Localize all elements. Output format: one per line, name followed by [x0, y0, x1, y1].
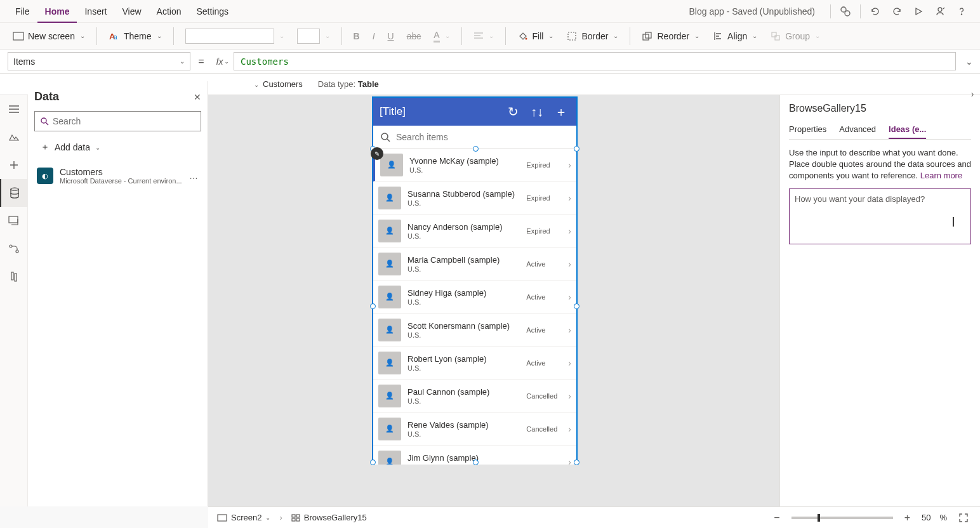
chevron-right-icon[interactable]: ›	[568, 424, 571, 434]
more-icon[interactable]: …	[189, 171, 199, 181]
chevron-right-icon[interactable]: ›	[568, 292, 571, 302]
data-panel: Data ✕ ＋ Add data ⌄ ◐ Customers Microsof…	[28, 81, 208, 506]
fill-button[interactable]: Fill⌄	[512, 27, 559, 46]
play-icon[interactable]	[908, 0, 929, 23]
sort-icon[interactable]: ↑↓	[528, 103, 546, 121]
selection-handle[interactable]	[473, 146, 479, 152]
chevron-right-icon[interactable]: ›	[568, 457, 571, 465]
insert-icon[interactable]	[0, 123, 28, 151]
align-button[interactable]: Align⌄	[707, 27, 762, 46]
chevron-right-icon[interactable]: ›	[568, 325, 571, 335]
list-item[interactable]: 👤Rene Valdes (sample)U.S.Cancelled›	[373, 412, 576, 446]
chevron-right-icon[interactable]: ›	[568, 259, 571, 269]
list-item[interactable]: 👤Nancy Anderson (sample)U.S.Expired›	[373, 214, 576, 248]
selection-handle[interactable]	[473, 459, 479, 465]
tab-advanced[interactable]: Advanced	[839, 121, 876, 139]
tab-properties[interactable]: Properties	[789, 121, 826, 139]
italic-button[interactable]: I	[368, 27, 380, 46]
app-search-input[interactable]	[396, 132, 570, 142]
menu-item-settings[interactable]: Settings	[189, 0, 237, 23]
chevron-right-icon[interactable]: ›	[568, 391, 571, 401]
template-edit-icon[interactable]: ✎	[371, 147, 383, 160]
menu-item-view[interactable]: View	[114, 0, 149, 23]
fit-screen-icon[interactable]	[956, 513, 971, 523]
zoom-out-button[interactable]: −	[771, 512, 782, 524]
add-icon[interactable]	[0, 151, 28, 179]
property-selector[interactable]: Items ⌄	[8, 52, 190, 70]
expand-panel-icon[interactable]: ›	[965, 86, 980, 102]
item-sub: U.S.	[407, 232, 520, 240]
list-item[interactable]: 👤Susanna Stubberod (sample)U.S.Expired›	[373, 182, 576, 214]
media-icon[interactable]	[0, 207, 28, 235]
redo-icon[interactable]	[886, 0, 908, 23]
selection-handle[interactable]	[574, 303, 579, 309]
add-record-icon[interactable]: ＋	[552, 103, 570, 121]
undo-icon[interactable]	[864, 0, 886, 23]
zoom-slider[interactable]	[791, 517, 893, 519]
list-item[interactable]: 👤Yvonne McKay (sample)U.S.Expired›	[373, 148, 576, 182]
tree-view-icon[interactable]	[0, 95, 28, 123]
close-icon[interactable]: ✕	[194, 92, 201, 102]
list-item[interactable]: 👤Robert Lyon (sample)U.S.Active›	[373, 346, 576, 380]
menu-item-home[interactable]: Home	[37, 0, 77, 23]
breadcrumb-selection[interactable]: BrowseGallery15	[291, 513, 367, 522]
panel-tabs: Properties Advanced Ideas (e...	[789, 121, 971, 140]
data-search-input[interactable]	[53, 116, 195, 126]
chevron-right-icon[interactable]: ›	[568, 226, 571, 236]
fx-button[interactable]: fx⌄	[212, 50, 234, 73]
menu-item-insert[interactable]: Insert	[77, 0, 114, 23]
list-item[interactable]: 👤Paul Cannon (sample)U.S.Cancelled›	[373, 380, 576, 412]
gallery-list[interactable]: 👤Yvonne McKay (sample)U.S.Expired›👤Susan…	[373, 148, 576, 465]
ideas-input[interactable]: How you want your data displayed? Ⅰ	[789, 188, 971, 244]
group-button[interactable]: Group⌄	[765, 27, 825, 46]
strike-button[interactable]: abc	[402, 27, 427, 46]
theme-button[interactable]: Aa Theme ⌄	[103, 27, 167, 46]
item-name: Nancy Anderson (sample)	[407, 222, 520, 232]
svg-rect-25	[296, 518, 300, 521]
add-data-button[interactable]: ＋ Add data ⌄	[34, 138, 201, 157]
app-checker-icon[interactable]	[835, 0, 856, 23]
breadcrumb-screen[interactable]: Screen2 ⌄	[217, 513, 270, 522]
plus-icon: ＋	[41, 142, 50, 153]
item-sub: U.S.	[407, 265, 520, 273]
item-sub: U.S.	[407, 463, 520, 465]
new-screen-button[interactable]: New screen ⌄	[8, 27, 90, 46]
underline-button[interactable]: U	[383, 27, 399, 46]
learn-more-link[interactable]: Learn more	[920, 171, 962, 180]
selection-handle[interactable]	[370, 459, 376, 465]
font-size-select[interactable]: ⌄	[292, 27, 335, 46]
list-item[interactable]: 👤Maria Campbell (sample)U.S.Active›	[373, 248, 576, 280]
svg-rect-12	[775, 36, 779, 40]
text-align-button[interactable]: ⌄	[468, 27, 499, 46]
menu-item-file[interactable]: File	[8, 0, 37, 23]
help-icon[interactable]	[951, 0, 972, 23]
selection-handle[interactable]	[574, 146, 579, 152]
data-search[interactable]	[34, 111, 201, 131]
list-item[interactable]: 👤Scott Konersmann (sample)U.S.Active›	[373, 314, 576, 346]
list-item[interactable]: 👤Sidney Higa (sample)U.S.Active›	[373, 280, 576, 314]
border-button[interactable]: Border⌄	[561, 27, 623, 46]
flows-icon[interactable]	[0, 235, 28, 263]
zoom-in-button[interactable]: +	[902, 512, 913, 524]
refresh-icon[interactable]: ↻	[504, 103, 522, 121]
selection-handle[interactable]	[370, 303, 376, 309]
bold-button[interactable]: B	[348, 27, 365, 46]
share-icon[interactable]	[929, 0, 951, 23]
font-color-button[interactable]: A⌄	[428, 27, 454, 46]
datasource-item[interactable]: ◐ Customers Microsoft Dataverse - Curren…	[34, 163, 201, 188]
chevron-right-icon[interactable]: ›	[568, 358, 571, 368]
chevron-right-icon[interactable]: ›	[568, 160, 571, 170]
tab-ideas[interactable]: Ideas (e...	[889, 121, 926, 139]
app-preview[interactable]: ✎ [Title] ↻ ↑↓ ＋ 👤Yvonne McKay (sample)U…	[372, 96, 578, 463]
canvas[interactable]: ✎ [Title] ↻ ↑↓ ＋ 👤Yvonne McKay (sample)U…	[208, 95, 779, 506]
tools-icon[interactable]	[0, 263, 28, 291]
formula-input[interactable]: Customers	[234, 52, 956, 70]
chevron-right-icon[interactable]: ›	[568, 193, 571, 203]
reorder-button[interactable]: Reorder⌄	[637, 27, 705, 46]
formula-expand-button[interactable]: ⌄	[958, 50, 980, 73]
data-icon[interactable]	[0, 179, 28, 207]
font-select[interactable]: ⌄	[180, 27, 289, 46]
selection-handle[interactable]	[574, 459, 579, 465]
menu-item-action[interactable]: Action	[149, 0, 189, 23]
result-source[interactable]: ⌄Customers	[254, 79, 303, 89]
